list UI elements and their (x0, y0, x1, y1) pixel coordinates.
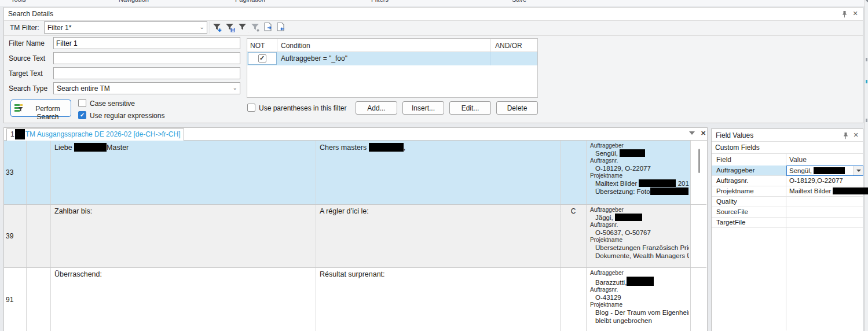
delete-filter-icon[interactable] (237, 22, 249, 34)
search-details-header: Search Details ✕ (4, 8, 863, 21)
meta-label: Auftraggeber (590, 142, 689, 149)
meta-label: Projektname (590, 301, 689, 308)
use-parentheses-checkbox[interactable] (247, 104, 255, 112)
use-regex-label: Use regular expressions (90, 112, 164, 120)
field-value-row[interactable]: SourceFile (712, 207, 863, 218)
target-text: , (404, 144, 405, 152)
redaction-box (15, 129, 25, 139)
col-condition: Condition (281, 42, 310, 50)
status-cell (561, 141, 587, 204)
col-value: Value (789, 156, 807, 164)
edit-button[interactable]: Edit... (449, 101, 491, 115)
vertical-scrollbar[interactable] (698, 149, 700, 173)
row-number-cell: 39 (4, 205, 27, 267)
search-type-select[interactable]: Search entire TM ⌄ (53, 82, 240, 94)
meta-label: Auftraggeber (590, 270, 689, 277)
case-sensitive-checkbox[interactable] (78, 99, 86, 107)
redaction-box (615, 214, 642, 221)
tm-filter-combobox[interactable]: Filter 1* ⌄ (44, 21, 207, 34)
chevron-down-icon: ⌄ (200, 24, 204, 30)
section-title: Custom Fields (715, 144, 760, 152)
meta-label: Projektname (590, 172, 689, 179)
meta-value: 2019, (678, 180, 689, 187)
perform-search-icon (14, 104, 23, 115)
tab-page-number: 1 (10, 130, 14, 138)
col-not: NOT (250, 42, 265, 50)
field-value-row[interactable]: Auftragsnr. O-18129,O-22077 (712, 176, 863, 186)
delete-button[interactable]: Delete (496, 101, 538, 115)
close-tab-icon[interactable]: ✕ (701, 130, 706, 137)
pin-icon[interactable] (843, 131, 849, 142)
collapsed-panel-strip[interactable] (865, 0, 868, 331)
search-type-label: Search Type (9, 84, 47, 93)
field-values-panel: Field Values ✕ Custom Fields Field Value… (711, 128, 863, 331)
ribbon-group-navigation: Navigation (119, 0, 149, 3)
header-divider (277, 39, 277, 52)
status-cell: C (561, 205, 587, 267)
tab-tm-results[interactable]: 1TM Ausgangssprache DE 2026-02 [de-CH->f… (6, 128, 184, 141)
field-value-text: Mailtext Bilder (789, 187, 868, 194)
field-value-row[interactable]: TargetFile (712, 218, 863, 228)
target-cell: A régler d’ici le: (316, 205, 561, 267)
results-panel: 1TM Ausgangssprache DE 2026-02 [de-CH->f… (3, 127, 708, 331)
table-row[interactable]: 33 Liebe Master Chers masters , Auftragg… (4, 141, 706, 205)
add-button[interactable]: Add... (356, 101, 397, 115)
export-filter-icon[interactable] (263, 22, 274, 34)
field-values-table-header: Field Value (712, 153, 863, 166)
combo-dropdown-button[interactable] (854, 166, 863, 175)
close-icon[interactable]: ✕ (852, 131, 860, 139)
ribbon-strip: Tools Navigation Pagination Filters Save (0, 0, 868, 6)
promote-filter-icon[interactable] (250, 22, 262, 34)
tm-filter-toolbar: TM Filter: Filter 1* ⌄ (4, 20, 863, 36)
case-sensitive-label: Case sensitive (90, 100, 135, 108)
field-name: Projektname (716, 187, 754, 194)
field-value-row[interactable]: Projektname Mailtext Bilder (712, 186, 863, 197)
search-type-value: Search entire TM (57, 84, 110, 93)
meta-value: Jäggi, (595, 214, 613, 221)
ribbon-group-filters: Filters (371, 0, 389, 3)
condition-row[interactable]: Auftraggeber = "_foo" (247, 52, 537, 65)
table-row[interactable]: 39 Zahlbar bis: A régler d’ici le: C Auf… (4, 205, 706, 268)
field-value-text: O-18129,O-22077 (789, 177, 843, 184)
meta-value: O-50637, O-50767 (590, 229, 689, 237)
meta-value: Übersetzung: Foto (595, 188, 650, 195)
close-icon[interactable]: ✕ (851, 10, 859, 17)
table-row[interactable]: 91 Überraschend: Résultat surprenant: Au… (4, 268, 706, 331)
source-text: Überraschend: (54, 270, 102, 278)
meta-value: bleibt ungebrochen (590, 317, 689, 325)
insert-button[interactable]: Insert... (402, 101, 444, 115)
redaction-box (369, 143, 404, 152)
field-value-combobox[interactable]: Sengül, (786, 166, 863, 176)
save-filter-icon[interactable] (225, 22, 236, 34)
tab-title: TM Ausgangssprache DE 2026-02 [de-CH->fr… (25, 130, 181, 138)
tab-list-dropdown-icon[interactable] (689, 131, 695, 135)
meta-value: Übersetzungen Französisch Prio 2 (590, 244, 689, 252)
row-number-cell: 91 (4, 268, 27, 331)
col-andor: AND/OR (495, 42, 522, 50)
pin-icon[interactable] (841, 10, 848, 20)
field-name: Quality (716, 198, 737, 205)
meta-label: Projektname (590, 237, 689, 244)
field-value-row[interactable]: Auftraggeber Sengül, (712, 166, 863, 176)
field-name: SourceFile (716, 208, 748, 215)
use-regex-checkbox[interactable] (78, 111, 86, 119)
redaction-box (814, 167, 845, 174)
use-parentheses-label: Use parentheses in this filter (259, 104, 346, 112)
target-text-input[interactable] (53, 67, 240, 79)
import-filter-icon[interactable] (276, 22, 287, 34)
field-value-row[interactable]: Quality (712, 197, 863, 207)
field-value-text: Sengül, (789, 167, 845, 174)
perform-search-label: Perform Search (25, 105, 71, 121)
not-checkbox[interactable] (258, 54, 266, 62)
field-name: Auftraggeber (716, 167, 755, 174)
condition-table-header: NOT Condition AND/OR (247, 39, 537, 52)
add-filter-icon[interactable] (212, 22, 224, 34)
perform-search-button[interactable]: Perform Search (10, 100, 71, 117)
row-number: 33 (6, 168, 13, 176)
meta-value: Blog - Der Traum vom Eigenheim (590, 308, 689, 317)
source-text-label: Source Text (9, 54, 45, 62)
strip-mark (866, 58, 867, 61)
source-text-input[interactable] (53, 52, 240, 64)
target-cell: Résultat surprenant: (316, 268, 561, 331)
filter-name-input[interactable] (53, 37, 240, 49)
